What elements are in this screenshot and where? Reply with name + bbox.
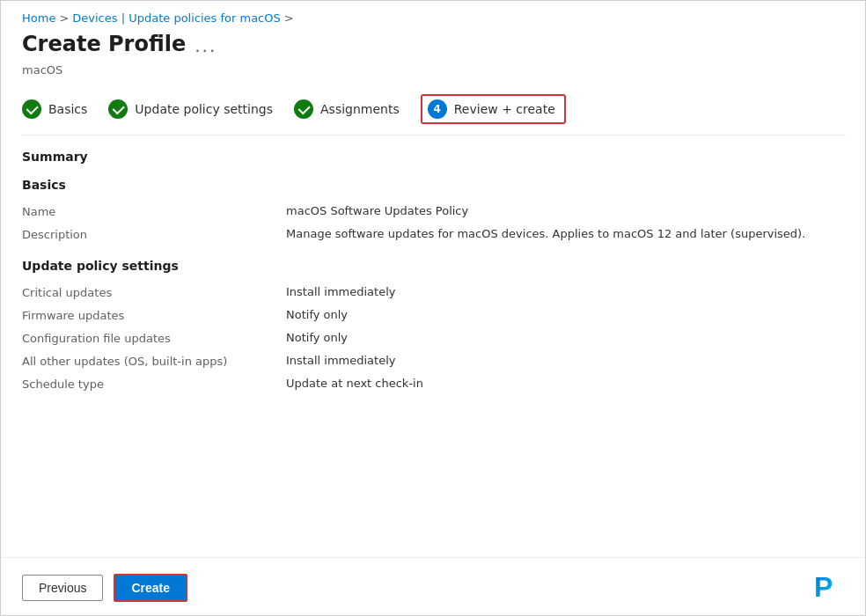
field-schedule-type-row: Schedule type Update at next check-in [22, 377, 846, 391]
header-subtitle: macOS [1, 63, 866, 87]
field-description-row: Description Manage software updates for … [22, 227, 846, 241]
basics-section: Basics Name macOS Software Updates Polic… [22, 178, 846, 241]
main-content: Summary Basics Name macOS Software Updat… [1, 136, 866, 557]
summary-title: Summary [22, 150, 846, 164]
breadcrumb-sep2: > [284, 11, 294, 25]
tab-update-policy-settings[interactable]: Update policy settings [108, 99, 273, 119]
update-policy-section-title: Update policy settings [22, 259, 846, 273]
tab-review-number: 4 [428, 99, 447, 119]
field-critical-updates-label: Critical updates [22, 285, 286, 299]
header-ellipsis-menu[interactable]: ... [194, 35, 216, 56]
tab-basics-label: Basics [48, 102, 87, 116]
field-config-file-updates-row: Configuration file updates Notify only [22, 331, 846, 345]
field-other-updates-label: All other updates (OS, built-in apps) [22, 354, 286, 368]
tab-basics[interactable]: Basics [22, 99, 87, 119]
field-critical-updates-value: Install immediately [286, 285, 846, 298]
breadcrumb: Home > Devices | Update policies for mac… [1, 1, 866, 28]
tab-update-check-icon [108, 99, 128, 119]
field-config-file-updates-label: Configuration file updates [22, 331, 286, 345]
tab-assignments-check-icon [294, 99, 313, 119]
field-schedule-type-value: Update at next check-in [286, 377, 846, 390]
field-name-label: Name [22, 204, 286, 218]
breadcrumb-home[interactable]: Home [22, 11, 55, 25]
field-firmware-updates-value: Notify only [286, 308, 846, 321]
field-firmware-updates-label: Firmware updates [22, 308, 286, 322]
tab-update-label: Update policy settings [135, 102, 273, 116]
field-critical-updates-row: Critical updates Install immediately [22, 285, 846, 299]
breadcrumb-devices[interactable]: Devices | Update policies for macOS [72, 11, 280, 25]
previous-button[interactable]: Previous [22, 575, 103, 601]
field-config-file-updates-value: Notify only [286, 331, 846, 344]
basics-section-title: Basics [22, 178, 846, 192]
svg-text:P: P [814, 571, 833, 603]
page-header: Create Profile ... [1, 28, 866, 63]
field-description-label: Description [22, 227, 286, 241]
footer: Previous Create P [1, 557, 866, 616]
field-firmware-updates-row: Firmware updates Notify only [22, 308, 846, 322]
tab-review-label: Review + create [454, 102, 555, 116]
create-button[interactable]: Create [114, 574, 187, 602]
field-name-value: macOS Software Updates Policy [286, 204, 846, 217]
footer-logo: P [811, 568, 846, 606]
field-other-updates-value: Install immediately [286, 354, 846, 367]
page-title: Create Profile [22, 32, 186, 56]
field-name-row: Name macOS Software Updates Policy [22, 204, 846, 218]
tab-basics-check-icon [22, 99, 41, 119]
p-logo-icon: P [811, 568, 846, 604]
breadcrumb-sep1: > [59, 11, 69, 25]
tab-review-create[interactable]: 4 Review + create [421, 94, 566, 124]
wizard-tabs: Basics Update policy settings Assignment… [1, 87, 866, 135]
tab-assignments-label: Assignments [320, 102, 400, 116]
tab-assignments[interactable]: Assignments [294, 99, 400, 119]
field-description-value: Manage software updates for macOS device… [286, 227, 846, 240]
field-schedule-type-label: Schedule type [22, 377, 286, 391]
update-policy-section: Update policy settings Critical updates … [22, 259, 846, 391]
field-other-updates-row: All other updates (OS, built-in apps) In… [22, 354, 846, 368]
